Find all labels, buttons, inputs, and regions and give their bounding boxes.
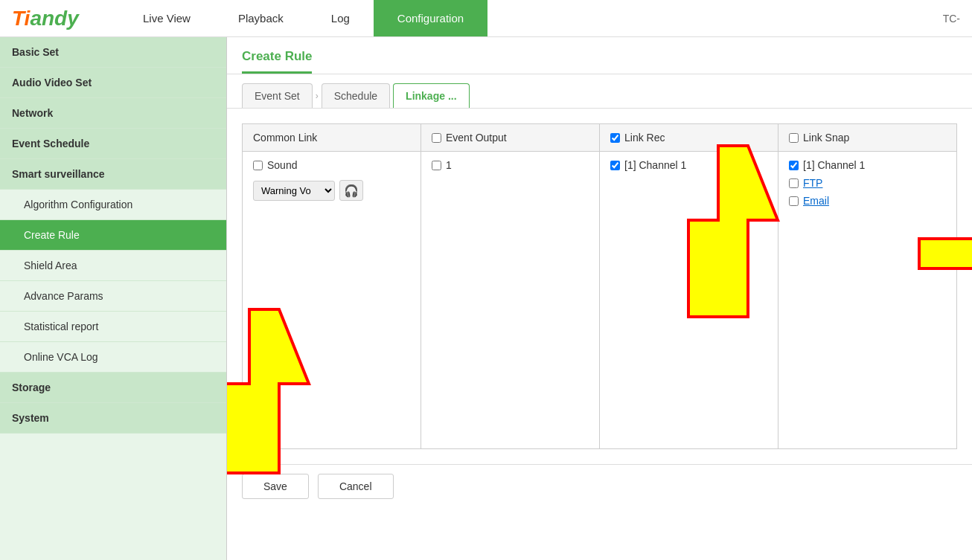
nav-log[interactable]: Log <box>307 0 374 36</box>
header-link-rec: Link Rec <box>600 124 778 152</box>
sidebar-item-advance-params[interactable]: Advance Params <box>0 281 226 312</box>
link-snap-ftp-checkbox[interactable] <box>789 178 799 188</box>
brand-logo: Tiandy <box>0 7 119 30</box>
tab-event-set[interactable]: Event Set <box>242 83 313 108</box>
sound-label: Sound <box>267 159 297 171</box>
tab-arrow-1: › <box>316 91 319 101</box>
sidebar-item-event-schedule[interactable]: Event Schedule <box>0 129 226 159</box>
nav-live-view[interactable]: Live View <box>119 0 214 36</box>
cell-link-snap: [1] Channel 1 FTP Email <box>778 152 957 449</box>
sidebar-item-smart-surveillance[interactable]: Smart surveillance <box>0 159 226 190</box>
nav-right-label: TC- <box>943 13 972 25</box>
email-link[interactable]: Email <box>803 195 829 207</box>
link-rec-channel-checkbox[interactable] <box>610 161 620 170</box>
button-area: Save Cancel <box>227 464 972 508</box>
sidebar-item-storage[interactable]: Storage <box>0 373 226 403</box>
link-snap-channel-label: [1] Channel 1 <box>803 159 865 171</box>
nav-configuration[interactable]: Configuration <box>374 0 487 36</box>
header-event-output: Event Output <box>421 124 600 152</box>
event-output-1-label: 1 <box>446 159 452 171</box>
page-title: Create Rule <box>242 49 312 74</box>
main-content: Create Rule Event Set › Schedule Linkage… <box>227 37 972 560</box>
content-area: Common Link Event Output Link Rec <box>227 109 972 464</box>
sidebar-item-basic-set[interactable]: Basic Set <box>0 37 226 68</box>
cell-link-rec: [1] Channel 1 <box>600 152 778 449</box>
link-rec-channel-label: [1] Channel 1 <box>624 159 686 171</box>
sidebar-item-audio-video[interactable]: Audio Video Set <box>0 68 226 98</box>
nav-playback[interactable]: Playback <box>214 0 307 36</box>
cell-common-link: Sound Warning Vo 🎧 <box>243 152 421 449</box>
sidebar-item-system[interactable]: System <box>0 403 226 434</box>
header-link-snap: Link Snap <box>778 124 957 152</box>
event-output-1-checkbox[interactable] <box>432 161 441 170</box>
sidebar-item-shield-area[interactable]: Shield Area <box>0 251 226 281</box>
tab-schedule[interactable]: Schedule <box>322 83 390 108</box>
sidebar-item-online-vca-log[interactable]: Online VCA Log <box>0 342 226 373</box>
link-rec-header-checkbox[interactable] <box>610 133 620 143</box>
cancel-button[interactable]: Cancel <box>318 474 394 499</box>
headphone-button[interactable]: 🎧 <box>339 180 363 201</box>
sidebar-item-algorithm-config[interactable]: Algorithm Configuration <box>0 190 226 220</box>
header-common-link: Common Link <box>243 124 421 152</box>
page-header: Create Rule <box>227 37 972 74</box>
ftp-link[interactable]: FTP <box>803 177 822 189</box>
sidebar-item-statistical-report[interactable]: Statistical report <box>0 312 226 342</box>
link-snap-email-checkbox[interactable] <box>789 196 799 206</box>
main-layout: Basic Set Audio Video Set Network Event … <box>0 37 972 560</box>
tabs-bar: Event Set › Schedule Linkage ... <box>227 74 972 109</box>
sound-checkbox[interactable] <box>253 161 263 170</box>
tab-linkage[interactable]: Linkage ... <box>393 83 469 108</box>
link-snap-channel-checkbox[interactable] <box>789 161 799 170</box>
sidebar: Basic Set Audio Video Set Network Event … <box>0 37 227 560</box>
nav-items: Live View Playback Log Configuration <box>119 0 943 36</box>
warning-voice-select[interactable]: Warning Vo <box>253 181 335 201</box>
cell-event-output: 1 <box>421 152 600 449</box>
top-navigation: Tiandy Live View Playback Log Configurat… <box>0 0 972 37</box>
sidebar-item-create-rule[interactable]: Create Rule <box>0 220 226 251</box>
linkage-table: Common Link Event Output Link Rec <box>242 123 957 449</box>
sidebar-item-network[interactable]: Network <box>0 98 226 129</box>
link-snap-header-checkbox[interactable] <box>789 133 799 143</box>
event-output-checkbox[interactable] <box>432 133 441 143</box>
save-button[interactable]: Save <box>242 474 309 499</box>
